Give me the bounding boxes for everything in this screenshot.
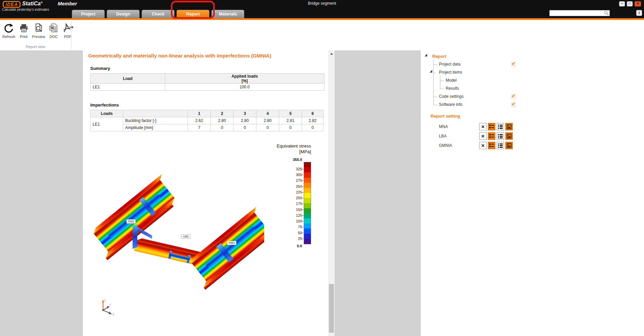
imp-row1-v6: 2.82	[302, 117, 324, 124]
document-scrollbar[interactable]	[328, 50, 335, 336]
module-name: Member	[58, 1, 77, 6]
legend-tickmark	[302, 198, 303, 198]
setting-row-mna-label: MNA	[439, 124, 448, 129]
code-settings-checkbox[interactable]: ✔	[511, 94, 516, 99]
search-input[interactable]	[549, 10, 610, 16]
maximize-button[interactable]: □	[627, 1, 633, 6]
tree-item-results[interactable]: Results	[420, 85, 644, 93]
tab-report[interactable]: Report	[177, 10, 209, 18]
svg-text:AM1: AM1	[183, 235, 189, 238]
detailed-list-icon	[498, 124, 503, 129]
gmnia-detailed-button[interactable]	[497, 142, 504, 149]
imp-row1-v5: 2.81	[279, 117, 302, 124]
imp-col-3: 3	[234, 110, 256, 117]
tree-item-software-info[interactable]: Software info ✔	[420, 101, 644, 109]
report-setting-title: Report setting	[431, 114, 460, 119]
legend-tick: 175	[289, 201, 302, 206]
lba-brief-button[interactable]	[488, 132, 495, 140]
mna-none-button[interactable]: ✕	[479, 123, 487, 130]
tab-materials[interactable]: Materials	[211, 10, 244, 18]
preview-label: Preview	[32, 35, 45, 39]
x-icon: ✕	[481, 134, 485, 138]
print-button[interactable]: Print	[17, 22, 31, 39]
legend-tickmark	[302, 175, 303, 175]
tab-check[interactable]: Check	[142, 10, 175, 18]
info-button[interactable]: i	[636, 10, 642, 16]
setting-row-lba-label: LBA	[439, 134, 447, 138]
label-rm2: RM2	[127, 219, 136, 223]
mna-picture-button[interactable]	[505, 123, 513, 130]
tree-item-label: Project items	[439, 70, 462, 75]
imp-row2-v3: 0	[234, 124, 256, 131]
legend-unit: [MPa]	[224, 149, 311, 155]
lba-detailed-button[interactable]	[497, 132, 504, 140]
tree-root-label: Report	[432, 54, 446, 59]
gmnia-picture-button[interactable]	[505, 142, 513, 149]
legend-title-line1: Equivalent stress	[224, 143, 311, 149]
summary-col-applied: Applied loads [%]	[165, 74, 325, 84]
ribbon-separator	[71, 21, 71, 49]
registered-mark: ®	[41, 1, 43, 4]
export-pdf-button[interactable]: PDF	[60, 22, 75, 39]
refresh-icon	[4, 23, 14, 34]
label-am1: AM1	[181, 235, 190, 239]
tree-item-label: Code settings	[439, 94, 463, 99]
tree-item-label: Model	[446, 78, 457, 83]
brief-list-icon	[489, 134, 494, 138]
tree-item-label: Project data	[439, 62, 460, 67]
close-button[interactable]: ✕	[635, 1, 641, 6]
mna-brief-button[interactable]	[488, 123, 495, 130]
scrollbar-thumb[interactable]	[329, 284, 334, 333]
content-area: Geometrically and materially non-linear …	[0, 50, 644, 336]
picture-icon	[507, 124, 511, 129]
lba-picture-button[interactable]	[505, 132, 513, 140]
legend-tick: 50	[289, 230, 302, 235]
summary-col-load: Load	[91, 74, 165, 84]
tab-design[interactable]: Design	[107, 10, 140, 18]
gmnia-none-button[interactable]: ✕	[479, 142, 487, 149]
pdf-icon	[62, 23, 73, 34]
imp-col-5: 5	[279, 110, 302, 117]
imp-row1-label: Buckling factor [-]	[123, 117, 188, 124]
legend-tick: 250	[289, 184, 302, 189]
scrollbar-up-arrow-icon[interactable]	[330, 53, 333, 55]
tree-item-code-settings[interactable]: Code settings ✔	[420, 93, 644, 101]
imp-row2-v1: 7	[188, 124, 211, 131]
summary-cell-applied: 100.0	[165, 84, 325, 91]
refresh-label: Refresh	[2, 35, 15, 39]
refresh-button[interactable]: Refresh	[1, 22, 17, 39]
setting-row-gmnia-label: GMNIA	[439, 143, 452, 148]
report-settings-panel: Report Project data ✔ Project items Mode…	[420, 50, 644, 336]
software-info-checkbox[interactable]: ✔	[511, 102, 516, 107]
minimize-button[interactable]: –	[619, 1, 625, 6]
search-icon[interactable]	[604, 11, 609, 15]
export-doc-button[interactable]: W DOC	[47, 22, 60, 39]
label-rm3: RM3	[227, 241, 236, 245]
imp-row1-v1: 2.62	[188, 117, 211, 124]
mna-detailed-button[interactable]	[497, 123, 504, 130]
svg-text:W: W	[50, 26, 54, 30]
imp-row2-v5: 0	[279, 124, 302, 131]
tree-item-project-data[interactable]: Project data ✔	[420, 60, 644, 69]
check-icon: ✔	[511, 101, 516, 107]
preview-button[interactable]: Preview	[31, 22, 47, 39]
imp-col-loads: Loads	[91, 110, 123, 117]
legend-title: Equivalent stress [MPa]	[224, 143, 311, 155]
imp-row2-v6: 0	[302, 124, 324, 131]
model-3d-view[interactable]: RM2 AM1 RM3	[86, 170, 264, 318]
legend-tick: 100	[289, 219, 302, 223]
legend-tick: 125	[289, 213, 302, 218]
tree-item-model[interactable]: Model	[420, 77, 644, 85]
tab-project[interactable]: Project	[72, 10, 105, 18]
summary-col-applied-line2: [%]	[167, 79, 322, 83]
tree-root-report[interactable]: Report	[420, 52, 644, 60]
lba-none-button[interactable]: ✕	[479, 132, 487, 140]
project-data-checkbox[interactable]: ✔	[511, 62, 516, 67]
legend-tick: 300	[289, 172, 302, 177]
legend-tick: 200	[289, 196, 302, 200]
check-icon: ✔	[511, 93, 516, 99]
gmnia-brief-button[interactable]	[488, 142, 495, 149]
imperfections-table: Loads 1 2 3 4 5 6 LE1 Buckling factor [-…	[90, 110, 324, 131]
legend-tickmark	[302, 239, 303, 239]
tree-item-project-items[interactable]: Project items	[420, 69, 644, 77]
